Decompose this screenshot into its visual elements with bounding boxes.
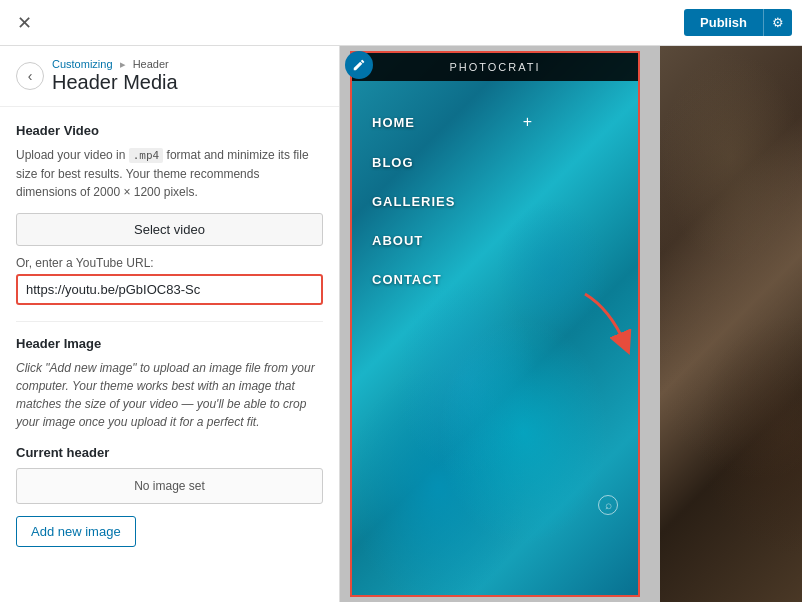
youtube-url-label: Or, enter a YouTube URL: xyxy=(16,256,323,270)
page-title: Header Media xyxy=(52,71,178,94)
top-bar: ✕ Publish ⚙ xyxy=(0,0,802,46)
desktop-background xyxy=(660,46,802,602)
publish-button[interactable]: Publish xyxy=(684,9,763,36)
header-image-description: Click "Add new image" to upload an image… xyxy=(16,359,323,431)
header-video-section-title: Header Video xyxy=(16,123,323,138)
nav-item-galleries[interactable]: GALLERIES xyxy=(372,182,532,221)
breadcrumb-child: Header xyxy=(133,58,169,70)
pencil-svg xyxy=(352,58,366,72)
settings-icon: ⚙ xyxy=(772,15,784,30)
nav-item-about[interactable]: ABOUT xyxy=(372,221,532,260)
edit-pencil-icon[interactable] xyxy=(345,51,373,79)
preview-pane: PHOTOCRATI HOME + BLOG GALLERIES ABOUT xyxy=(340,46,802,602)
publish-group: Publish ⚙ xyxy=(684,9,792,36)
add-new-image-button[interactable]: Add new image xyxy=(16,516,136,547)
settings-button[interactable]: ⚙ xyxy=(763,9,792,36)
section-divider xyxy=(16,321,323,322)
video-description: Upload your video in .mp4 format and min… xyxy=(16,146,323,201)
no-image-box: No image set xyxy=(16,468,323,504)
sidebar-content: Header Video Upload your video in .mp4 f… xyxy=(0,107,339,602)
nav-item-blog[interactable]: BLOG xyxy=(372,143,532,182)
main-layout: ‹ Customizing ▸ Header Header Media Head… xyxy=(0,46,802,602)
preview-topbar: PHOTOCRATI xyxy=(352,53,638,81)
mobile-preview-frame: PHOTOCRATI HOME + BLOG GALLERIES ABOUT xyxy=(350,51,640,597)
header-image-section-title: Header Image xyxy=(16,336,323,351)
youtube-url-input[interactable] xyxy=(16,274,323,305)
preview-nav: HOME + BLOG GALLERIES ABOUT CONTACT xyxy=(352,81,552,319)
breadcrumb: Customizing ▸ Header xyxy=(52,58,178,71)
breadcrumb-parent[interactable]: Customizing xyxy=(52,58,113,70)
sidebar-header: ‹ Customizing ▸ Header Header Media xyxy=(0,46,339,107)
nav-item-home[interactable]: HOME + xyxy=(372,101,532,143)
current-header-label: Current header xyxy=(16,445,323,460)
format-tag: .mp4 xyxy=(129,148,164,163)
nav-item-contact[interactable]: CONTACT xyxy=(372,260,532,299)
close-button[interactable]: ✕ xyxy=(10,9,38,37)
nav-plus-icon: + xyxy=(523,113,532,131)
sidebar: ‹ Customizing ▸ Header Header Media Head… xyxy=(0,46,340,602)
brand-title: PHOTOCRATI xyxy=(449,61,540,73)
search-icon[interactable]: ⌕ xyxy=(598,495,618,515)
back-button[interactable]: ‹ xyxy=(16,62,44,90)
select-video-button[interactable]: Select video xyxy=(16,213,323,246)
